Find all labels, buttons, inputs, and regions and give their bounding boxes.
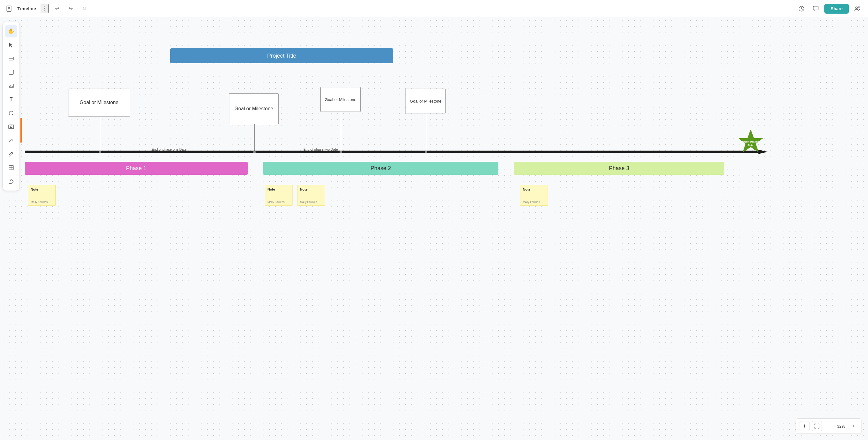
timeline-arrow [25, 149, 768, 155]
phase-3-label: Phase 3 [609, 165, 629, 172]
refresh-button[interactable]: ↻ [80, 4, 90, 13]
svg-point-13 [9, 111, 13, 115]
note-1-author: Molly Foulkes [31, 201, 48, 204]
hand-tool-button[interactable]: ✋ [5, 25, 17, 37]
svg-text:Date: Date [748, 144, 753, 147]
milestone-1-dot [99, 151, 101, 153]
circle-tool-button[interactable] [5, 107, 17, 119]
bottom-controls: − 32% + [796, 418, 862, 434]
share-button[interactable]: Share [824, 4, 849, 13]
svg-rect-5 [813, 6, 818, 10]
canvas[interactable]: Project Title Goal or Milestone Goal or … [0, 17, 868, 440]
history-button[interactable] [796, 3, 807, 14]
zoom-out-button[interactable]: − [824, 422, 833, 431]
note-3-title: Note [300, 187, 322, 191]
phase-2-bar[interactable]: Phase 2 [263, 162, 498, 175]
note-4[interactable]: Note Molly Foulkes [520, 185, 548, 206]
milestone-1-label: Goal or Milestone [80, 100, 118, 105]
select-tool-button[interactable] [5, 39, 17, 51]
users-button[interactable] [852, 3, 863, 14]
sparkle-button[interactable] [800, 421, 809, 431]
phase-1-bar[interactable]: Phase 1 [25, 162, 248, 175]
milestone-2-label: Goal or Milestone [234, 106, 273, 112]
document-title: Timeline [17, 6, 36, 11]
deadline-star[interactable]: Project Deadline Date [737, 128, 765, 156]
fullscreen-button[interactable] [812, 421, 822, 431]
image-tool-button[interactable] [5, 80, 17, 92]
note-3-author: Molly Foulkes [300, 201, 317, 204]
note-2-title: Note [268, 187, 290, 191]
card-tool-button[interactable] [5, 52, 17, 65]
milestone-2-box[interactable]: Goal or Milestone [229, 93, 279, 124]
svg-point-20 [10, 180, 11, 181]
note-4-title: Note [523, 187, 545, 191]
text-tool-button[interactable]: T [5, 93, 17, 106]
zoom-level-display: 32% [836, 424, 847, 429]
path-tool-button[interactable] [5, 134, 17, 147]
note-1[interactable]: Note Molly Foulkes [28, 185, 56, 206]
undo-button[interactable]: ↩ [52, 4, 62, 13]
milestone-1-stem [100, 117, 100, 152]
topbar-left: Timeline ⋮ ↩ ↪ ↻ [5, 4, 90, 13]
pen-tool-button[interactable] [5, 148, 17, 160]
table-tool-button[interactable] [5, 162, 17, 174]
milestone-3-label: Goal or Milestone [325, 97, 356, 102]
svg-text:Project Deadline: Project Deadline [741, 140, 761, 143]
svg-line-16 [11, 152, 13, 154]
svg-rect-14 [9, 125, 13, 128]
svg-rect-11 [9, 84, 13, 88]
document-icon [5, 4, 13, 13]
svg-rect-8 [9, 57, 13, 60]
project-title-bar[interactable]: Project Title [170, 48, 393, 63]
svg-point-12 [10, 85, 11, 86]
zoom-in-button[interactable]: + [849, 422, 858, 431]
note-2-author: Molly Foulkes [268, 201, 284, 204]
comment-button[interactable] [810, 3, 821, 14]
milestone-3-dot [340, 151, 342, 153]
svg-point-15 [10, 126, 12, 128]
phase-1-label: Phase 1 [126, 165, 147, 172]
phase-2-label: Phase 2 [371, 165, 391, 172]
milestone-2-dot [253, 151, 256, 153]
note-1-title: Note [31, 187, 53, 191]
note-3[interactable]: Note Molly Foulkes [297, 185, 325, 206]
redo-button[interactable]: ↪ [66, 4, 76, 13]
svg-rect-10 [9, 70, 13, 75]
svg-point-7 [859, 6, 860, 8]
left-toolbar: ✋ T [2, 22, 20, 191]
project-title-text: Project Title [267, 53, 296, 59]
milestone-3-stem [341, 112, 341, 152]
topbar: Timeline ⋮ ↩ ↪ ↻ Share [0, 0, 868, 17]
svg-point-6 [856, 7, 858, 9]
milestone-4-dot [425, 151, 427, 153]
note-2[interactable]: Note Molly Foulkes [265, 185, 292, 206]
note-4-author: Molly Foulkes [523, 201, 540, 204]
milestone-4-box[interactable]: Goal or Milestone [405, 89, 446, 113]
milestone-1-box[interactable]: Goal or Milestone [68, 89, 130, 117]
milestone-4-label: Goal or Milestone [410, 99, 441, 104]
milestone-2-stem [254, 124, 255, 152]
topbar-right: Share [796, 3, 863, 14]
tag-tool-button[interactable] [5, 175, 17, 187]
phase-3-bar[interactable]: Phase 3 [514, 162, 724, 175]
milestone-3-box[interactable]: Goal or Milestone [320, 87, 361, 112]
photo-tool-button[interactable] [5, 120, 17, 133]
left-accent [21, 118, 22, 143]
menu-dots-button[interactable]: ⋮ [40, 4, 49, 13]
sticky-tool-button[interactable] [5, 66, 17, 79]
milestone-4-stem [426, 113, 426, 152]
